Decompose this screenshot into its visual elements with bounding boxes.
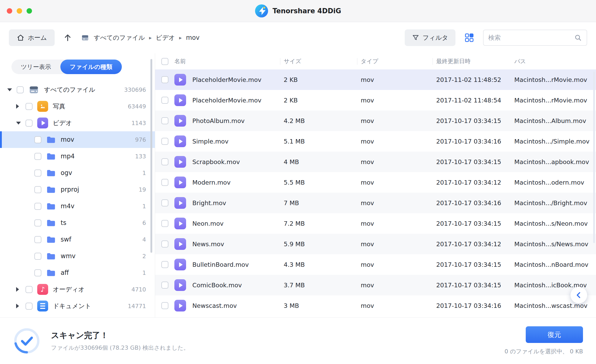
row-checkbox[interactable] — [161, 179, 168, 186]
tree-checkbox[interactable] — [34, 269, 41, 276]
expand-arrow-icon[interactable] — [16, 104, 26, 109]
tree-checkbox[interactable] — [34, 186, 41, 193]
traffic-lights — [7, 8, 32, 14]
tree-checkbox[interactable] — [26, 286, 33, 293]
column-header-name[interactable]: 名前 — [174, 57, 284, 65]
breadcrumb-item[interactable]: mov — [186, 34, 199, 41]
tree-checkbox[interactable] — [17, 86, 24, 93]
tree-checkbox[interactable] — [34, 253, 41, 260]
search-input[interactable] — [488, 34, 572, 41]
breadcrumb: すべてのファイル ▸ ビデオ ▸ mov — [81, 33, 200, 42]
table-row[interactable]: Modern.mov 5.5 MB mov 2017-10-17 03:34:1… — [155, 172, 596, 193]
tree-item-documents[interactable]: ドキュメント 14771 — [0, 298, 155, 314]
collapse-arrow-icon[interactable] — [7, 88, 17, 91]
recover-button[interactable]: 復元 — [526, 326, 583, 343]
tree-checkbox[interactable] — [26, 303, 33, 310]
column-header-size[interactable]: サイズ — [284, 57, 361, 65]
row-checkbox[interactable] — [161, 240, 168, 248]
tree-count: 976 — [135, 136, 146, 143]
filter-button[interactable]: フィルタ — [405, 29, 455, 46]
home-button[interactable]: ホーム — [9, 29, 55, 46]
file-tree: すべてのファイル 330696 写真 — [0, 81, 155, 314]
row-checkbox[interactable] — [161, 138, 168, 145]
tree-item-photos[interactable]: 写真 63449 — [0, 98, 155, 115]
tab-tree-view[interactable]: ツリー表示 — [11, 60, 60, 74]
table-row[interactable]: PhotoAlbum.mov 4.2 MB mov 2017-10-17 03:… — [155, 110, 596, 131]
column-header-date[interactable]: 最終更新日時 — [436, 57, 514, 65]
file-path: Macintosh...nBoard.mov — [514, 261, 596, 268]
tree-item-ts[interactable]: ts 6 — [0, 214, 155, 231]
file-date: 2017-10-17 03:34:15 — [436, 261, 514, 268]
column-header-type[interactable]: タイプ — [361, 57, 436, 65]
view-toggle-button[interactable] — [462, 31, 476, 45]
drive-icon — [81, 33, 90, 42]
folder-icon — [46, 251, 56, 261]
column-header-path[interactable]: パス — [514, 57, 596, 65]
sidebar-scrollbar[interactable] — [150, 59, 152, 253]
table-row[interactable]: BulletinBoard.mov 4.3 MB mov 2017-10-17 … — [155, 254, 596, 275]
tree-checkbox[interactable] — [34, 203, 41, 210]
tree-item-swf[interactable]: swf 4 — [0, 231, 155, 248]
file-size: 4.2 MB — [284, 117, 361, 125]
tree-checkbox[interactable] — [34, 219, 41, 226]
row-checkbox[interactable] — [161, 220, 168, 227]
tree-item-m4v[interactable]: m4v 1 — [0, 198, 155, 214]
file-date: 2017-10-17 03:34:15 — [436, 158, 514, 166]
table-row[interactable]: Newscast.mov 3 MB mov 2017-10-17 03:34:1… — [155, 295, 596, 316]
file-name: Scrapbook.mov — [192, 158, 240, 166]
row-checkbox[interactable] — [161, 158, 168, 165]
table-scrollbar[interactable] — [593, 72, 595, 243]
table-row[interactable]: News.mov 5.9 MB mov 2017-10-17 03:34:12 … — [155, 234, 596, 254]
close-window-button[interactable] — [7, 8, 12, 14]
table-row[interactable]: ComicBook.mov 3.7 MB mov 2017-10-17 03:3… — [155, 275, 596, 295]
tree-checkbox[interactable] — [34, 136, 41, 143]
tree-item-mov[interactable]: mov 976 — [0, 131, 155, 148]
video-file-icon — [174, 177, 186, 188]
funnel-icon — [412, 34, 419, 41]
tree-item-wmv[interactable]: wmv 2 — [0, 248, 155, 264]
row-checkbox[interactable] — [161, 261, 168, 268]
file-date: 2017-11-02 11:48:52 — [436, 76, 514, 83]
footer-right: 復元 0 のファイルを選択中、 0 KB — [504, 326, 583, 355]
row-checkbox[interactable] — [161, 117, 168, 124]
table-row[interactable]: Simple.mov 5.1 MB mov 2017-10-17 03:34:1… — [155, 131, 596, 152]
breadcrumb-item[interactable]: すべてのファイル — [94, 34, 145, 42]
go-up-button[interactable] — [61, 31, 74, 44]
video-file-icon — [174, 238, 186, 250]
collapse-panel-button[interactable] — [570, 287, 587, 303]
tree-checkbox[interactable] — [26, 103, 33, 110]
table-row[interactable]: Bright.mov 7 MB mov 2017-10-17 03:34:16 … — [155, 193, 596, 213]
tree-count: 63449 — [128, 103, 146, 110]
table-row[interactable]: PlaceholderMovie.mov 2 KB mov 2017-11-02… — [155, 90, 596, 110]
tree-item-all-files[interactable]: すべてのファイル 330696 — [0, 81, 155, 98]
row-checkbox[interactable] — [161, 282, 168, 289]
tree-item-aff[interactable]: aff 1 — [0, 264, 155, 281]
breadcrumb-item[interactable]: ビデオ — [156, 34, 175, 42]
tree-checkbox[interactable] — [34, 153, 41, 160]
row-checkbox[interactable] — [161, 302, 168, 309]
zoom-window-button[interactable] — [27, 8, 32, 14]
tree-checkbox[interactable] — [26, 120, 33, 127]
minimize-window-button[interactable] — [17, 8, 22, 14]
table-row[interactable]: Neon.mov 7.2 MB mov 2017-10-17 03:34:15 … — [155, 213, 596, 234]
search-icon[interactable] — [574, 34, 582, 42]
expand-arrow-icon[interactable] — [16, 304, 26, 308]
tree-item-prproj[interactable]: prproj 19 — [0, 181, 155, 198]
collapse-arrow-icon[interactable] — [16, 122, 26, 125]
tree-item-mp4[interactable]: mp4 133 — [0, 148, 155, 165]
app-logo-icon — [255, 4, 268, 18]
table-row[interactable]: PlaceholderMovie.mov 2 KB mov 2017-11-02… — [155, 69, 596, 90]
tree-item-ogv[interactable]: ogv 1 — [0, 165, 155, 181]
row-checkbox[interactable] — [161, 97, 168, 104]
row-checkbox[interactable] — [161, 199, 168, 206]
select-all-checkbox[interactable] — [161, 58, 168, 65]
tree-item-videos[interactable]: ビデオ 1143 — [0, 115, 155, 131]
expand-arrow-icon[interactable] — [16, 287, 26, 292]
tree-count: 19 — [139, 186, 146, 193]
tree-checkbox[interactable] — [34, 170, 41, 177]
row-checkbox[interactable] — [161, 76, 168, 83]
tree-checkbox[interactable] — [34, 236, 41, 243]
tab-file-type[interactable]: ファイルの種類 — [60, 60, 122, 74]
tree-item-audio[interactable]: ♪ オーディオ 4710 — [0, 281, 155, 298]
table-row[interactable]: Scrapbook.mov 4 MB mov 2017-10-17 03:34:… — [155, 152, 596, 172]
